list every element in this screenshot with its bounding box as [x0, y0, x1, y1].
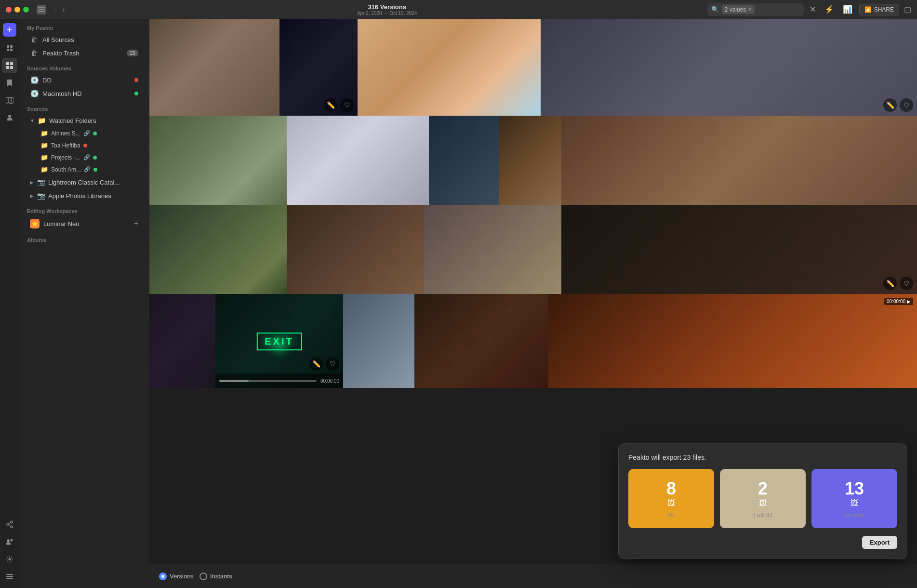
subfolder-southam[interactable]: 📁 South Am... 🔗 — [22, 164, 146, 175]
export-options: 8 🖼 4K 2 🖼 FullHD 13 🖼 Smaller — [628, 469, 897, 528]
svg-point-16 — [7, 523, 9, 525]
home-icon-button[interactable] — [2, 40, 17, 56]
maximize-button[interactable] — [23, 7, 29, 13]
content-area: ✏️ ♡ ✏️ ♡ — [149, 19, 917, 588]
svg-rect-5 — [7, 49, 9, 51]
svg-rect-8 — [10, 62, 13, 65]
macintosh-status-dot — [134, 92, 138, 95]
add-source-button[interactable]: + — [3, 23, 16, 37]
svg-marker-11 — [6, 97, 13, 104]
photo-cell-running-horse[interactable] — [287, 205, 424, 294]
photo-cell-horse2[interactable] — [561, 116, 917, 205]
search-bar[interactable]: 🔍 2 values ✕ — [707, 3, 804, 16]
filter-chip[interactable]: 2 values ✕ — [722, 5, 755, 14]
luminar-workspace[interactable]: 🌟 Luminar Neo + — [22, 216, 146, 231]
heart-darkhorse-icon[interactable]: ♡ — [900, 277, 913, 290]
lightroom-expandable[interactable]: ▶ 📷 Lightroom Classic Catal... — [22, 176, 146, 188]
svg-rect-6 — [10, 49, 13, 51]
person-icon-button[interactable] — [2, 110, 17, 125]
close-search-button[interactable]: ✕ — [808, 4, 818, 15]
export-option-fullhd[interactable]: 2 🖼 FullHD — [720, 469, 806, 528]
subfolder-airlines[interactable]: 📁 Airlines S... 🔗 — [22, 128, 146, 139]
group-icon-button[interactable] — [2, 534, 17, 549]
export-dialog-title: Peakto will export 23 files. — [628, 454, 897, 461]
map-icon-button[interactable] — [2, 93, 17, 108]
all-sources-icon: 🗑 — [30, 36, 39, 43]
settings-icon-button[interactable] — [2, 551, 17, 567]
grid-row-3: ✏️ ♡ — [149, 205, 917, 294]
share-icon-button[interactable] — [2, 517, 17, 532]
photo-cell-sunset[interactable]: 00:00:00 ▶ — [548, 294, 917, 388]
edit-scooter-icon[interactable]: ✏️ — [883, 98, 897, 112]
svg-rect-23 — [6, 574, 13, 575]
video-badge-time: 00:00:00 — [887, 299, 905, 304]
svg-rect-2 — [38, 11, 45, 12]
svg-rect-25 — [6, 578, 13, 579]
add-workspace-button[interactable]: + — [134, 219, 138, 228]
photo-cell-exit[interactable]: EXIT ✏️ ♡ 00:00:00 — [215, 294, 343, 388]
sidebar-item-all-sources[interactable]: 🗑 All Sources — [22, 33, 146, 46]
grid-icon-button[interactable] — [2, 58, 17, 73]
photo-cell-swing[interactable] — [499, 116, 561, 205]
close-button[interactable] — [6, 7, 12, 13]
filter-chip-close[interactable]: ✕ — [748, 7, 752, 12]
watched-folders-expandable[interactable]: ▼ 📁 Watched Folders — [22, 114, 146, 127]
all-sources-label: All Sources — [42, 36, 138, 43]
photo-cell-horses[interactable] — [149, 116, 287, 205]
share-button[interactable]: 📶 SHARE — [859, 4, 899, 15]
edit-exit-icon[interactable]: ✏️ — [309, 357, 323, 371]
minimize-button[interactable] — [14, 7, 20, 13]
subfolder-projects[interactable]: 📁 Projects -... 🔗 — [22, 152, 146, 163]
photo-cell-dancers[interactable] — [287, 116, 429, 205]
sidebar-toggle-button[interactable] — [37, 5, 46, 14]
export-button[interactable]: Export — [862, 536, 897, 549]
heart-icon[interactable]: ♡ — [340, 98, 354, 112]
heart-exit-icon[interactable]: ♡ — [326, 357, 339, 371]
versions-option[interactable]: Versions — [159, 573, 194, 580]
apple-photos-icon: 📷 — [37, 192, 45, 200]
svg-point-17 — [11, 526, 13, 528]
forward-button[interactable]: › — [60, 4, 66, 15]
photo-cell-portrait[interactable] — [414, 294, 548, 388]
sidebar-item-dd[interactable]: 💽 DD — [22, 74, 146, 86]
svg-point-15 — [11, 521, 13, 523]
versions-radio[interactable] — [159, 573, 167, 580]
photo-cell-scooter[interactable]: ✏️ ♡ — [541, 19, 917, 116]
instants-option[interactable]: Instants — [199, 573, 232, 580]
photo-cell-palms[interactable] — [358, 19, 541, 116]
my-peakto-header: My Peakto — [19, 19, 149, 33]
photo-cell-astronaut[interactable]: ✏️ ♡ — [279, 19, 358, 116]
export-option-smaller[interactable]: 13 🖼 Smaller — [811, 469, 897, 528]
sidebar-item-peakto-trash[interactable]: 🗑 Peakto Trash 15 — [22, 47, 146, 59]
svg-rect-10 — [10, 66, 13, 69]
apple-photos-expandable[interactable]: ▶ 📷 Apple Photos Libraries — [22, 189, 146, 202]
folder-toa-icon: 📁 — [40, 142, 48, 149]
subfolder-toa[interactable]: 📁 Toa Heftiba — [22, 140, 146, 151]
menu-icon-button[interactable] — [2, 569, 17, 584]
trash-badge: 15 — [127, 50, 138, 56]
grid-row-1: ✏️ ♡ ✏️ ♡ — [149, 19, 917, 116]
heart-scooter-icon[interactable]: ♡ — [900, 98, 913, 112]
projects-label: Projects -... — [51, 154, 80, 161]
filter-button[interactable]: ⚡ — [823, 4, 836, 15]
sidebar-item-macintosh[interactable]: 💽 Macintosh HD — [22, 87, 146, 100]
photo-cell-rider[interactable] — [149, 294, 215, 388]
photo-cell-bison[interactable] — [149, 19, 279, 116]
sources-header: Sources — [19, 100, 149, 114]
export-count-fullhd: 2 — [758, 479, 768, 499]
edit-icon[interactable]: ✏️ — [324, 98, 337, 112]
instants-radio[interactable] — [199, 573, 207, 580]
photo-cell-white-horse[interactable] — [149, 205, 287, 294]
edit-darkhorse-icon[interactable]: ✏️ — [883, 277, 897, 290]
split-view-button[interactable]: ▢ — [904, 5, 911, 14]
photo-cell-dog[interactable] — [424, 205, 561, 294]
instants-label: Instants — [210, 573, 232, 580]
export-label-fullhd: FullHD — [753, 511, 772, 519]
photo-cell-lake[interactable] — [429, 116, 499, 205]
chart-button[interactable]: 📊 — [841, 4, 854, 15]
back-button[interactable]: ‹ — [52, 4, 58, 15]
photo-cell-dark-horse[interactable]: ✏️ ♡ — [561, 205, 917, 294]
photo-cell-lighthouse[interactable] — [343, 294, 414, 388]
export-option-4k[interactable]: 8 🖼 4K — [628, 469, 714, 528]
bookmark-icon-button[interactable] — [2, 75, 17, 91]
